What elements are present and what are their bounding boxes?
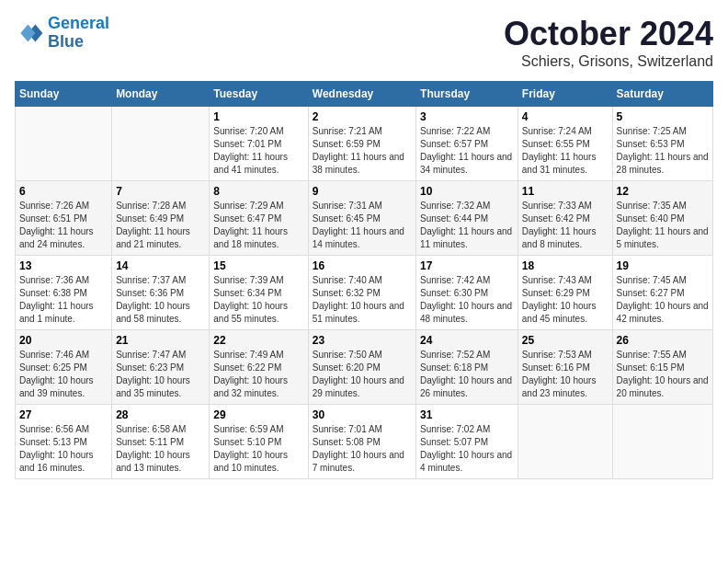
day-number: 28 (116, 408, 205, 421)
day-number: 10 (420, 185, 514, 198)
day-number: 30 (313, 408, 412, 421)
day-info: Sunrise: 7:55 AMSunset: 6:15 PMDaylight:… (617, 349, 709, 400)
day-info: Sunrise: 7:25 AMSunset: 6:53 PMDaylight:… (617, 125, 709, 177)
weekday-header-row: SundayMondayTuesdayWednesdayThursdayFrid… (16, 82, 713, 107)
day-info: Sunrise: 7:20 AMSunset: 7:01 PMDaylight:… (213, 125, 303, 177)
day-number: 26 (617, 334, 709, 347)
day-info: Sunrise: 6:56 AMSunset: 5:13 PMDaylight:… (19, 423, 108, 475)
day-info: Sunrise: 7:28 AMSunset: 6:49 PMDaylight:… (116, 200, 205, 251)
day-number: 14 (116, 259, 205, 272)
day-number: 20 (19, 334, 108, 347)
weekday-header-thursday: Thursday (416, 82, 518, 107)
calendar-cell: 1Sunrise: 7:20 AMSunset: 7:01 PMDaylight… (210, 107, 308, 181)
header: General Blue October 2024 Schiers, Griso… (15, 15, 713, 70)
day-info: Sunrise: 7:24 AMSunset: 6:55 PMDaylight:… (522, 125, 609, 177)
day-info: Sunrise: 6:59 AMSunset: 5:10 PMDaylight:… (213, 423, 303, 475)
calendar-cell: 26Sunrise: 7:55 AMSunset: 6:15 PMDayligh… (612, 330, 712, 405)
calendar-cell: 21Sunrise: 7:47 AMSunset: 6:23 PMDayligh… (112, 330, 210, 405)
day-number: 17 (420, 259, 514, 272)
calendar-cell (112, 107, 210, 181)
day-info: Sunrise: 7:46 AMSunset: 6:25 PMDaylight:… (19, 349, 108, 400)
week-row-2: 6Sunrise: 7:26 AMSunset: 6:51 PMDaylight… (16, 181, 713, 256)
weekday-header-monday: Monday (112, 82, 210, 107)
day-info: Sunrise: 7:29 AMSunset: 6:47 PMDaylight:… (213, 200, 303, 251)
day-info: Sunrise: 7:52 AMSunset: 6:18 PMDaylight:… (420, 349, 514, 400)
day-number: 22 (213, 334, 303, 347)
day-number: 23 (313, 334, 412, 347)
calendar-cell: 24Sunrise: 7:52 AMSunset: 6:18 PMDayligh… (416, 330, 518, 405)
day-number: 16 (313, 259, 412, 272)
day-number: 25 (522, 334, 609, 347)
weekday-header-friday: Friday (518, 82, 612, 107)
weekday-header-tuesday: Tuesday (210, 82, 308, 107)
day-number: 3 (420, 110, 514, 123)
day-info: Sunrise: 7:33 AMSunset: 6:42 PMDaylight:… (522, 200, 609, 251)
calendar-cell: 20Sunrise: 7:46 AMSunset: 6:25 PMDayligh… (16, 330, 112, 405)
calendar-cell: 6Sunrise: 7:26 AMSunset: 6:51 PMDaylight… (16, 181, 112, 256)
logo-icon (15, 18, 44, 48)
day-info: Sunrise: 7:01 AMSunset: 5:08 PMDaylight:… (313, 423, 412, 475)
day-number: 2 (313, 110, 412, 123)
day-info: Sunrise: 7:43 AMSunset: 6:29 PMDaylight:… (522, 274, 609, 326)
day-info: Sunrise: 7:40 AMSunset: 6:32 PMDaylight:… (313, 274, 412, 326)
calendar-cell (16, 107, 112, 181)
calendar-cell: 29Sunrise: 6:59 AMSunset: 5:10 PMDayligh… (210, 405, 308, 479)
day-number: 12 (617, 185, 709, 198)
day-info: Sunrise: 7:39 AMSunset: 6:34 PMDaylight:… (213, 274, 303, 326)
day-number: 27 (19, 408, 108, 421)
calendar-cell: 9Sunrise: 7:31 AMSunset: 6:45 PMDaylight… (308, 181, 415, 256)
day-info: Sunrise: 7:02 AMSunset: 5:07 PMDaylight:… (420, 423, 514, 475)
day-number: 29 (213, 408, 303, 421)
calendar-cell: 30Sunrise: 7:01 AMSunset: 5:08 PMDayligh… (308, 405, 415, 479)
logo-text: General Blue (48, 15, 109, 52)
calendar-cell: 14Sunrise: 7:37 AMSunset: 6:36 PMDayligh… (112, 256, 210, 330)
week-row-1: 1Sunrise: 7:20 AMSunset: 7:01 PMDaylight… (16, 107, 713, 181)
day-info: Sunrise: 7:21 AMSunset: 6:59 PMDaylight:… (313, 125, 412, 177)
day-info: Sunrise: 7:26 AMSunset: 6:51 PMDaylight:… (19, 200, 108, 251)
day-info: Sunrise: 7:53 AMSunset: 6:16 PMDaylight:… (522, 349, 609, 400)
calendar-cell: 17Sunrise: 7:42 AMSunset: 6:30 PMDayligh… (416, 256, 518, 330)
calendar-cell: 4Sunrise: 7:24 AMSunset: 6:55 PMDaylight… (518, 107, 612, 181)
day-number: 4 (522, 110, 609, 123)
calendar-cell: 11Sunrise: 7:33 AMSunset: 6:42 PMDayligh… (518, 181, 612, 256)
calendar-cell: 25Sunrise: 7:53 AMSunset: 6:16 PMDayligh… (518, 330, 612, 405)
day-number: 11 (522, 185, 609, 198)
calendar-cell: 28Sunrise: 6:58 AMSunset: 5:11 PMDayligh… (112, 405, 210, 479)
logo-line2: Blue (48, 32, 84, 51)
day-info: Sunrise: 7:45 AMSunset: 6:27 PMDaylight:… (617, 274, 709, 326)
day-number: 19 (617, 259, 709, 272)
day-number: 18 (522, 259, 609, 272)
day-number: 6 (19, 185, 108, 198)
calendar-cell: 8Sunrise: 7:29 AMSunset: 6:47 PMDaylight… (210, 181, 308, 256)
calendar-cell: 19Sunrise: 7:45 AMSunset: 6:27 PMDayligh… (612, 256, 712, 330)
calendar-cell: 16Sunrise: 7:40 AMSunset: 6:32 PMDayligh… (308, 256, 415, 330)
day-number: 15 (213, 259, 303, 272)
day-number: 31 (420, 408, 514, 421)
day-info: Sunrise: 7:42 AMSunset: 6:30 PMDaylight:… (420, 274, 514, 326)
month-title: October 2024 (504, 15, 713, 53)
calendar-cell: 2Sunrise: 7:21 AMSunset: 6:59 PMDaylight… (308, 107, 415, 181)
calendar-cell (612, 405, 712, 479)
week-row-5: 27Sunrise: 6:56 AMSunset: 5:13 PMDayligh… (16, 405, 713, 479)
calendar-cell: 3Sunrise: 7:22 AMSunset: 6:57 PMDaylight… (416, 107, 518, 181)
day-info: Sunrise: 7:47 AMSunset: 6:23 PMDaylight:… (116, 349, 205, 400)
title-area: October 2024 Schiers, Grisons, Switzerla… (504, 15, 713, 70)
day-number: 9 (313, 185, 412, 198)
calendar-cell: 27Sunrise: 6:56 AMSunset: 5:13 PMDayligh… (16, 405, 112, 479)
calendar-cell: 10Sunrise: 7:32 AMSunset: 6:44 PMDayligh… (416, 181, 518, 256)
calendar-cell (518, 405, 612, 479)
day-info: Sunrise: 7:35 AMSunset: 6:40 PMDaylight:… (617, 200, 709, 251)
day-number: 13 (19, 259, 108, 272)
calendar-cell: 18Sunrise: 7:43 AMSunset: 6:29 PMDayligh… (518, 256, 612, 330)
calendar-cell: 5Sunrise: 7:25 AMSunset: 6:53 PMDaylight… (612, 107, 712, 181)
day-info: Sunrise: 7:32 AMSunset: 6:44 PMDaylight:… (420, 200, 514, 251)
weekday-header-wednesday: Wednesday (308, 82, 415, 107)
week-row-3: 13Sunrise: 7:36 AMSunset: 6:38 PMDayligh… (16, 256, 713, 330)
day-number: 8 (213, 185, 303, 198)
calendar-cell: 23Sunrise: 7:50 AMSunset: 6:20 PMDayligh… (308, 330, 415, 405)
week-row-4: 20Sunrise: 7:46 AMSunset: 6:25 PMDayligh… (16, 330, 713, 405)
day-info: Sunrise: 7:50 AMSunset: 6:20 PMDaylight:… (313, 349, 412, 400)
logo: General Blue (15, 15, 109, 52)
day-info: Sunrise: 7:49 AMSunset: 6:22 PMDaylight:… (213, 349, 303, 400)
weekday-header-sunday: Sunday (16, 82, 112, 107)
